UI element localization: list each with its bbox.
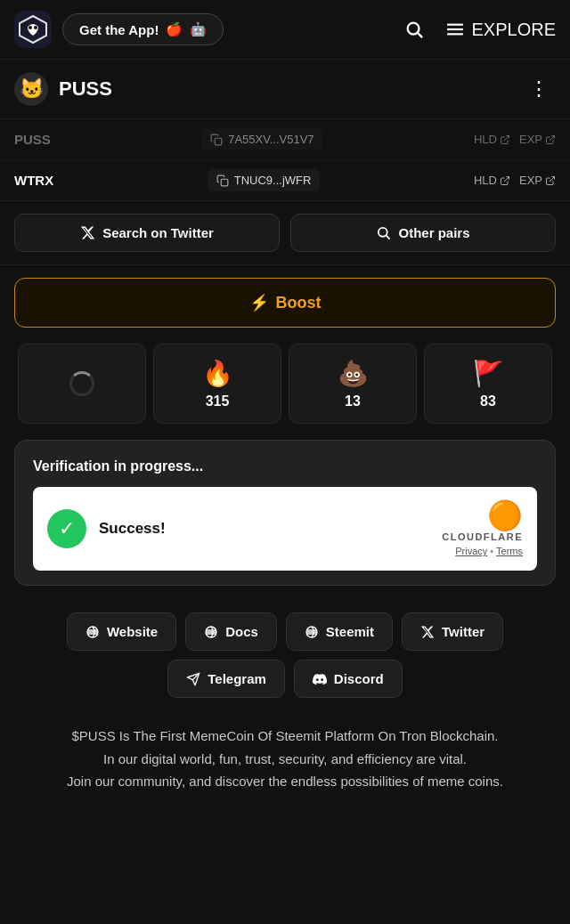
pair-links-wtrx: HLD EXP: [474, 174, 556, 187]
svg-point-3: [34, 26, 37, 29]
globe-icon-steemit: [305, 625, 319, 639]
svg-point-4: [407, 23, 419, 35]
telegram-button[interactable]: Telegram: [167, 660, 285, 698]
svg-line-13: [504, 176, 509, 182]
pair-name-wtrx: WTRX: [14, 173, 53, 188]
success-label: Success!: [99, 520, 166, 538]
top-nav: Get the App! 🍎 🤖 EXPLORE: [0, 0, 570, 60]
token-avatar: 🐱: [14, 72, 48, 106]
svg-rect-12: [221, 179, 228, 186]
pair-name-puss: PUSS: [14, 132, 51, 147]
cloudflare-right: 🟠 CLOUDFLARE Privacy • Terms: [442, 501, 523, 556]
apple-icon: 🍎: [166, 21, 183, 37]
pair-hld-puss[interactable]: HLD: [474, 133, 510, 146]
x-icon-social: [420, 625, 435, 639]
stat-card-fire: 🔥 315: [153, 344, 281, 424]
boost-button[interactable]: ⚡ Boost: [14, 278, 556, 328]
search-icon: [404, 20, 424, 39]
cloudflare-text: CLOUDFLARE: [442, 531, 523, 542]
app-logo: [14, 11, 52, 48]
explore-button[interactable]: EXPLORE: [445, 20, 556, 40]
get-app-label: Get the App!: [79, 22, 159, 37]
copy-icon-2: [216, 174, 229, 187]
stats-row: 🔥 315 💩 13 🚩 83: [0, 340, 570, 440]
discord-button[interactable]: Discord: [294, 660, 403, 698]
globe-icon-website: [86, 625, 100, 639]
cloudflare-links: Privacy • Terms: [455, 546, 523, 556]
get-app-button[interactable]: Get the App! 🍎 🤖: [62, 13, 224, 45]
twitter-button[interactable]: Twitter: [402, 612, 503, 651]
other-pairs-button[interactable]: Other pairs: [290, 214, 556, 252]
privacy-link[interactable]: Privacy: [455, 546, 487, 556]
pair-address-puss[interactable]: 7A55XV...V51V7: [201, 128, 322, 150]
pair-address-text-wtrx: TNUC9...jWFR: [234, 174, 312, 187]
website-label: Website: [107, 624, 158, 639]
svg-line-5: [418, 33, 422, 37]
search-pairs-icon: [376, 225, 391, 240]
stat-card-flag: 🚩 83: [424, 344, 552, 424]
external-link-icon-4: [545, 175, 556, 186]
external-link-icon: [500, 134, 510, 145]
verification-box: ✓ Success! 🟠 CLOUDFLARE Privacy • Terms: [33, 487, 537, 571]
pair-address-wtrx[interactable]: TNUC9...jWFR: [208, 169, 321, 191]
svg-line-10: [504, 135, 509, 141]
copy-icon: [210, 134, 223, 146]
docs-button[interactable]: Docs: [185, 612, 277, 651]
stat-card-loading: [18, 344, 146, 424]
discord-icon: [313, 672, 327, 686]
verification-left: ✓ Success!: [47, 509, 166, 548]
discord-label: Discord: [334, 671, 384, 686]
stat-poop-value: 13: [345, 393, 361, 409]
poop-icon: 💩: [338, 359, 369, 388]
boost-label: Boost: [276, 294, 322, 312]
success-circle: ✓: [47, 509, 86, 548]
search-button[interactable]: [404, 20, 424, 39]
pair-hld-wtrx[interactable]: HLD: [474, 174, 510, 187]
boost-lightning-icon: ⚡: [249, 293, 269, 312]
pair-links-puss: HLD EXP: [474, 133, 556, 146]
search-twitter-label: Search on Twitter: [102, 225, 214, 240]
pair-address-text-puss: 7A55XV...V51V7: [228, 133, 314, 146]
svg-line-11: [550, 135, 555, 141]
svg-point-15: [379, 228, 387, 237]
external-link-icon-2: [545, 134, 556, 145]
social-links: Website Docs Steemit Twitter Telegram Di…: [0, 600, 570, 710]
token-menu-button[interactable]: ⋮: [522, 74, 556, 104]
telegram-label: Telegram: [208, 671, 266, 686]
svg-line-14: [550, 176, 555, 182]
stat-card-poop: 💩 13: [289, 344, 417, 424]
pair-row-wtrx: WTRX TNUC9...jWFR HLD EXP: [0, 160, 570, 201]
fire-icon: 🔥: [202, 359, 233, 388]
docs-label: Docs: [225, 624, 258, 639]
cloudflare-logo: 🟠 CLOUDFLARE Privacy • Terms: [442, 501, 523, 556]
telegram-icon: [186, 672, 200, 686]
cloudflare-cloud-icon: 🟠: [487, 501, 523, 530]
menu-icon: [445, 22, 465, 36]
svg-line-16: [387, 236, 390, 239]
search-twitter-button[interactable]: Search on Twitter: [14, 214, 280, 252]
verification-popup: Verification in progress... ✓ Success! 🟠…: [14, 440, 556, 586]
pair-exp-wtrx[interactable]: EXP: [519, 174, 556, 187]
pair-exp-puss[interactable]: EXP: [519, 133, 556, 146]
svg-rect-9: [215, 138, 222, 145]
description-text: $PUSS Is The First MemeCoin Of Steemit P…: [18, 725, 552, 793]
x-twitter-icon: [80, 225, 95, 240]
token-header: 🐱 PUSS ⋮: [0, 60, 570, 119]
action-buttons: Search on Twitter Other pairs: [0, 201, 570, 265]
flag-icon: 🚩: [473, 359, 504, 388]
boost-section: ⚡ Boost: [0, 265, 570, 340]
android-icon: 🤖: [190, 21, 207, 37]
nav-icons: EXPLORE: [404, 20, 556, 40]
stat-fire-value: 315: [206, 393, 230, 409]
stat-flag-value: 83: [480, 393, 496, 409]
loading-spinner: [69, 371, 94, 396]
terms-link[interactable]: Terms: [496, 546, 523, 556]
globe-icon-docs: [204, 625, 218, 639]
website-button[interactable]: Website: [67, 612, 176, 651]
external-link-icon-3: [500, 175, 510, 186]
steemit-button[interactable]: Steemit: [286, 612, 393, 651]
twitter-label: Twitter: [442, 624, 484, 639]
pair-row-puss: PUSS 7A55XV...V51V7 HLD EXP: [0, 119, 570, 160]
token-info: 🐱 PUSS: [14, 72, 112, 106]
token-name: PUSS: [59, 77, 112, 101]
